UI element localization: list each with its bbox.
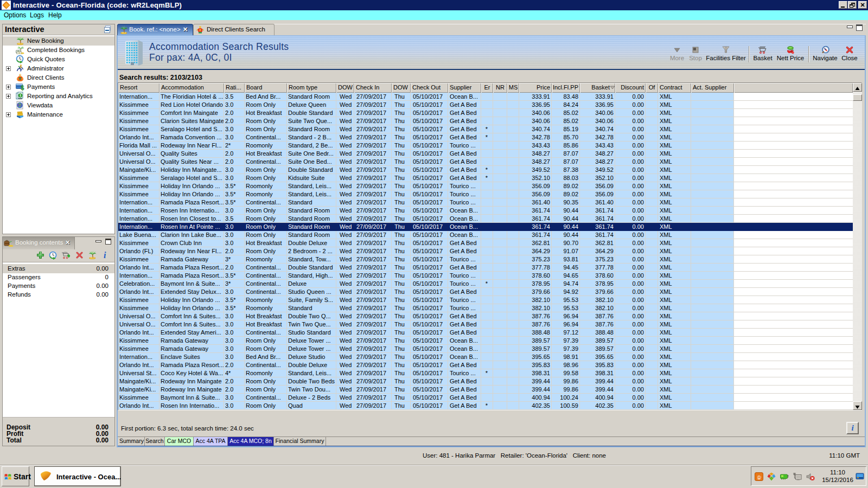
svg-text:$: $	[21, 84, 24, 91]
